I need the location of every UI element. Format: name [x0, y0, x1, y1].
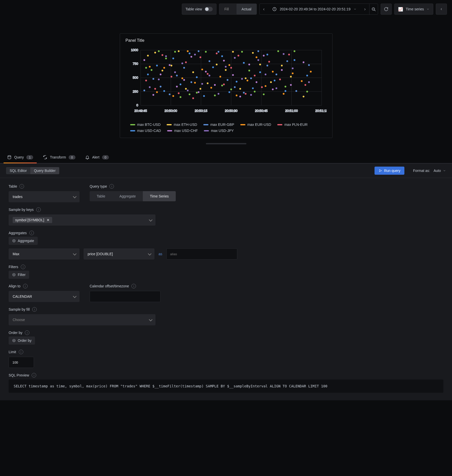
- info-icon[interactable]: i: [25, 330, 29, 335]
- tab-alert[interactable]: Alert 0: [82, 153, 112, 163]
- legend-item[interactable]: max USD-CHF: [167, 129, 198, 133]
- svg-point-95: [201, 69, 203, 70]
- zoom-out-button[interactable]: [369, 4, 378, 15]
- svg-point-103: [272, 71, 273, 73]
- sample-keys-select[interactable]: symbol [SYMBOL] ✕: [9, 214, 155, 226]
- svg-point-102: [265, 85, 266, 87]
- info-icon[interactable]: i: [21, 265, 25, 269]
- legend-item[interactable]: max BTC-USD: [130, 123, 161, 127]
- svg-point-98: [228, 64, 230, 66]
- info-icon[interactable]: i: [32, 307, 37, 312]
- svg-point-112: [178, 92, 180, 94]
- resize-handle[interactable]: [206, 143, 246, 144]
- svg-point-64: [270, 81, 272, 83]
- svg-point-131: [172, 57, 174, 59]
- chip-remove-icon[interactable]: ✕: [47, 218, 50, 222]
- clock-icon: [272, 7, 277, 11]
- table-select[interactable]: trades: [9, 191, 80, 202]
- plus-circle-icon: [12, 339, 16, 342]
- info-icon[interactable]: i: [32, 373, 36, 378]
- svg-point-48: [147, 55, 149, 56]
- svg-point-66: [290, 76, 292, 77]
- svg-point-45: [284, 86, 286, 88]
- timerange-next-button[interactable]: [361, 4, 369, 15]
- sql-editor-mode[interactable]: SQL Editor: [6, 167, 30, 174]
- collapse-sidebar-button[interactable]: [436, 4, 447, 15]
- info-icon[interactable]: i: [131, 284, 136, 288]
- svg-point-145: [284, 90, 286, 92]
- top-toolbar: Table view Fill Actual 2024-02-20 20:49:…: [0, 0, 452, 18]
- svg-point-159: [232, 74, 234, 76]
- timerange-text: 2024-02-20 20:49:34 to 2024-02-20 20:51:…: [280, 7, 350, 11]
- legend-item[interactable]: max EUR-GBP: [203, 123, 234, 127]
- timerange-group: 2024-02-20 20:49:34 to 2024-02-20 20:51:…: [259, 4, 378, 15]
- visualization-picker[interactable]: 📈 Time series: [394, 4, 433, 15]
- svg-point-113: [185, 62, 187, 63]
- info-icon[interactable]: i: [36, 207, 41, 212]
- tab-transform-label: Transform: [50, 155, 66, 159]
- as-keyword: as: [159, 252, 162, 256]
- info-icon[interactable]: i: [19, 350, 23, 354]
- order-by-label: Order by: [9, 331, 22, 335]
- svg-point-60: [239, 88, 241, 90]
- legend-item[interactable]: max EUR-USD: [240, 123, 271, 127]
- svg-point-89: [156, 91, 158, 93]
- svg-point-153: [183, 79, 185, 81]
- timerange-prev-button[interactable]: [260, 4, 268, 15]
- fill-option[interactable]: Fill: [219, 4, 234, 14]
- svg-text:20:50:15: 20:50:15: [194, 109, 207, 113]
- info-icon[interactable]: i: [29, 231, 34, 235]
- aggregate-func-select[interactable]: Max: [9, 248, 80, 260]
- format-as-select[interactable]: Auto: [434, 169, 446, 173]
- calendar-offset-label: Calendar offset/timezone: [90, 284, 129, 288]
- svg-point-105: [292, 72, 293, 74]
- info-icon[interactable]: i: [19, 184, 24, 189]
- calendar-offset-input[interactable]: [90, 291, 161, 302]
- svg-point-133: [189, 53, 190, 54]
- svg-point-115: [199, 56, 201, 58]
- legend-item[interactable]: max USD-CAD: [130, 129, 161, 133]
- sample-key-chip-label: symbol [SYMBOL]: [15, 218, 44, 222]
- legend-item[interactable]: max USD-JPY: [204, 129, 234, 133]
- align-to-value: CALENDAR: [13, 294, 32, 299]
- svg-point-61: [245, 77, 246, 79]
- table-label: Table: [9, 184, 17, 188]
- run-query-button[interactable]: Run query: [375, 167, 405, 175]
- query-type-aggregate[interactable]: Aggregate: [112, 191, 143, 201]
- legend-label: max ETH-USD: [174, 123, 197, 127]
- transform-icon: [43, 155, 47, 160]
- align-to-select[interactable]: CALENDAR: [9, 291, 80, 302]
- svg-point-137: [221, 55, 223, 57]
- add-aggregate-button[interactable]: Aggregate: [9, 237, 38, 245]
- svg-point-85: [286, 60, 288, 62]
- svg-point-75: [198, 50, 199, 52]
- aggregate-col-select[interactable]: price [DOUBLE]: [84, 248, 154, 260]
- visualization-panel: Panel Title 0250500750100020:49:4520:50:…: [120, 33, 332, 138]
- svg-point-174: [194, 54, 196, 55]
- timerange-picker[interactable]: 2024-02-20 20:49:34 to 2024-02-20 20:51:…: [268, 4, 361, 14]
- tab-transform[interactable]: Transform 0: [39, 153, 79, 163]
- query-builder-mode[interactable]: Query Builder: [30, 167, 59, 174]
- info-icon[interactable]: i: [109, 184, 114, 189]
- query-type-timeseries[interactable]: Time Series: [143, 191, 176, 201]
- svg-point-97: [219, 76, 221, 77]
- query-type-label: Query type: [90, 184, 107, 188]
- aggregate-func-value: Max: [13, 252, 19, 256]
- actual-option[interactable]: Actual: [237, 4, 257, 14]
- legend-label: max USD-JPY: [211, 129, 234, 133]
- svg-point-38: [221, 85, 223, 86]
- chart-icon: 📈: [398, 7, 403, 12]
- table-view-toggle[interactable]: Table view: [182, 4, 217, 15]
- toggle-switch[interactable]: [205, 7, 213, 11]
- query-type-table[interactable]: Table: [90, 191, 112, 201]
- add-filter-button[interactable]: Filter: [9, 271, 29, 279]
- legend-item[interactable]: max PLN-EUR: [277, 123, 308, 127]
- legend-item[interactable]: max ETH-USD: [167, 123, 197, 127]
- sample-fill-select[interactable]: Choose: [9, 314, 155, 325]
- add-orderby-button[interactable]: Order by: [9, 336, 35, 345]
- limit-input[interactable]: [9, 357, 34, 368]
- alias-input[interactable]: [166, 248, 237, 260]
- refresh-button[interactable]: [381, 4, 392, 15]
- tab-query[interactable]: Query 1: [4, 153, 37, 163]
- info-icon[interactable]: i: [23, 284, 28, 288]
